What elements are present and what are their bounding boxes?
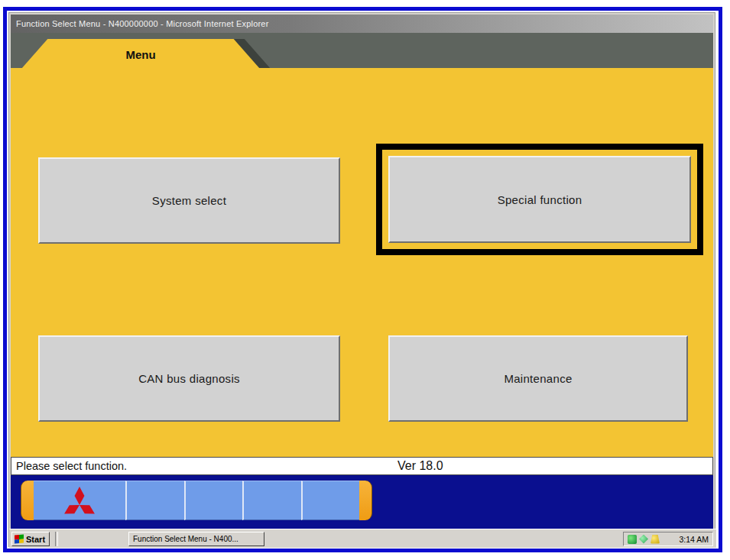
window-titlebar: Function Select Menu - N400000000 - Micr… — [11, 15, 713, 33]
taskbar-clock: 3:14 AM — [679, 535, 709, 544]
version-label: Ver 18.0 — [397, 458, 443, 474]
toolbar-button-4[interactable] — [242, 481, 300, 520]
outer-border: Function Select Menu - N400000000 - Micr… — [3, 7, 722, 552]
bottom-toolbar — [11, 475, 713, 529]
special-function-button[interactable]: Special function — [388, 156, 691, 243]
toolbar-button-home[interactable] — [34, 481, 125, 520]
menu-content: System select Special function CAN bus d… — [11, 68, 713, 457]
taskbar-divider — [55, 532, 58, 546]
screen: Function Select Menu - N400000000 - Micr… — [8, 12, 715, 547]
tab-header: Menu — [11, 33, 713, 68]
status-message: Please select function. — [16, 458, 127, 474]
status-bar: Please select function. Ver 18.0 — [11, 457, 713, 475]
toolbar-button-3[interactable] — [184, 481, 242, 520]
system-tray: 3:14 AM — [623, 532, 713, 546]
taskbar-task-button[interactable]: Function Select Menu - N400... — [128, 532, 264, 546]
maintenance-button[interactable]: Maintenance — [388, 335, 688, 422]
toolbar-button-2[interactable] — [125, 481, 183, 520]
tab-menu[interactable]: Menu — [21, 39, 260, 69]
tray-icon-2[interactable] — [639, 535, 648, 544]
toolbar-left-cap — [21, 481, 34, 520]
mitsubishi-logo-icon — [62, 486, 97, 515]
toolbar-button-strip — [21, 481, 372, 520]
start-button[interactable]: Start — [11, 532, 50, 546]
taskbar: Start Function Select Menu - N400... 3:1… — [9, 529, 716, 548]
selection-highlight: Special function — [376, 144, 703, 255]
windows-flag-icon — [15, 535, 24, 544]
ie-content: Menu System select Special function CAN … — [11, 33, 713, 529]
start-button-label: Start — [26, 535, 45, 544]
system-select-button[interactable]: System select — [38, 157, 340, 244]
tray-icon-3[interactable] — [651, 535, 660, 544]
window-title: Function Select Menu - N400000000 - Micr… — [16, 19, 269, 28]
tray-icon-1[interactable] — [628, 535, 637, 544]
tab-menu-label: Menu — [125, 48, 155, 61]
toolbar-button-5[interactable] — [301, 481, 359, 520]
toolbar-right-cap — [359, 481, 372, 520]
can-bus-diagnosis-button[interactable]: CAN bus diagnosis — [38, 335, 340, 422]
